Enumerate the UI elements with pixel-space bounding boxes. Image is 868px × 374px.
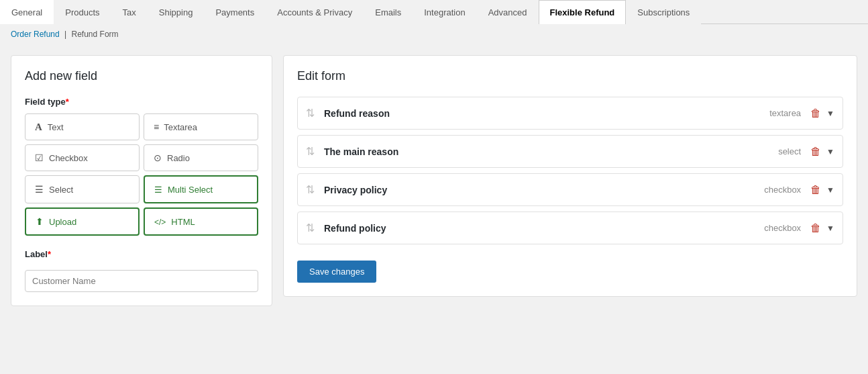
field-type-textarea[interactable]: ≡Textarea: [144, 113, 258, 140]
field-type-text-label: Text: [48, 122, 64, 132]
tab-products[interactable]: Products: [54, 0, 111, 24]
html-icon: </>: [154, 216, 166, 228]
tab-tax[interactable]: Tax: [111, 0, 148, 24]
form-row-type-main-reason: select: [747, 146, 801, 156]
drag-handle-main-reason[interactable]: ⇅: [306, 145, 315, 158]
field-type-label: Field type*: [25, 97, 258, 107]
required-marker: *: [66, 97, 69, 107]
delete-privacy-policy-button[interactable]: 🗑: [810, 184, 821, 196]
chevron-refund-reason-icon[interactable]: ▼: [826, 109, 834, 118]
textarea-icon: ≡: [154, 121, 158, 133]
upload-icon: ⬆: [36, 216, 44, 228]
field-type-select[interactable]: ☰Select: [25, 175, 140, 203]
tab-general[interactable]: General: [0, 0, 54, 24]
tab-advanced[interactable]: Advanced: [477, 0, 539, 24]
breadcrumb-current: Refund Form: [72, 30, 119, 39]
edit-form-panel: Edit form ⇅ Refund reason textarea 🗑 ▼ ⇅…: [283, 55, 857, 297]
breadcrumb-link[interactable]: Order Refund: [11, 30, 60, 39]
form-rows-container: ⇅ Refund reason textarea 🗑 ▼ ⇅ The main …: [297, 97, 843, 244]
field-type-text[interactable]: AText: [25, 113, 140, 140]
form-row-type-refund-policy: checkbox: [747, 223, 801, 233]
chevron-privacy-policy-icon[interactable]: ▼: [826, 185, 834, 195]
delete-main-reason-button[interactable]: 🗑: [810, 146, 821, 158]
right-panel-title: Edit form: [297, 69, 843, 83]
form-row-name-refund-reason: Refund reason: [324, 108, 747, 119]
field-type-checkbox[interactable]: ☑Checkbox: [25, 144, 140, 171]
form-row-name-main-reason: The main reason: [324, 146, 747, 157]
form-row-name-refund-policy: Refund policy: [324, 223, 747, 234]
label-section: Label*: [25, 249, 258, 292]
main-layout: Add new field Field type* AText≡Textarea…: [0, 44, 868, 317]
customer-name-input[interactable]: [25, 270, 258, 292]
form-row-type-privacy-policy: checkbox: [747, 185, 801, 195]
tabs-bar: GeneralProductsTaxShippingPaymentsAccoun…: [0, 0, 868, 24]
delete-refund-policy-button[interactable]: 🗑: [810, 222, 821, 234]
field-type-grid: AText≡Textarea☑Checkbox⊙Radio☰Select☰Mul…: [25, 113, 258, 236]
tab-emails[interactable]: Emails: [364, 0, 413, 24]
tab-flexible-refund[interactable]: Flexible Refund: [539, 0, 627, 24]
drag-handle-refund-reason[interactable]: ⇅: [306, 107, 315, 120]
breadcrumb: Order Refund | Refund Form: [0, 24, 868, 44]
form-row-refund-policy: ⇅ Refund policy checkbox 🗑 ▼: [297, 212, 843, 244]
label-required: *: [48, 249, 51, 259]
field-type-textarea-label: Textarea: [164, 122, 197, 132]
field-type-select-label: Select: [49, 185, 73, 195]
tab-integration[interactable]: Integration: [413, 0, 476, 24]
tab-shipping[interactable]: Shipping: [148, 0, 205, 24]
field-type-html-label: HTML: [171, 217, 195, 227]
form-row-refund-reason: ⇅ Refund reason textarea 🗑 ▼: [297, 97, 843, 130]
form-row-type-refund-reason: textarea: [747, 108, 801, 118]
form-row-privacy-policy: ⇅ Privacy policy checkbox 🗑 ▼: [297, 173, 843, 206]
field-type-radio[interactable]: ⊙Radio: [144, 144, 258, 171]
select-icon: ☰: [35, 183, 44, 195]
tab-accounts-privacy[interactable]: Accounts & Privacy: [266, 0, 364, 24]
field-type-multi-select-label: Multi Select: [168, 185, 213, 195]
field-type-checkbox-label: Checkbox: [49, 153, 88, 163]
field-type-html[interactable]: </>HTML: [144, 207, 258, 236]
tab-subscriptions[interactable]: Subscriptions: [626, 0, 701, 24]
field-type-radio-label: Radio: [167, 153, 190, 163]
multi-select-icon: ☰: [154, 183, 162, 195]
field-type-upload-label: Upload: [49, 217, 76, 227]
text-icon: A: [35, 121, 42, 133]
label-field-label: Label*: [25, 249, 258, 259]
form-row-name-privacy-policy: Privacy policy: [324, 185, 747, 195]
breadcrumb-separator: |: [64, 30, 66, 39]
chevron-main-reason-icon[interactable]: ▼: [826, 147, 834, 156]
chevron-refund-policy-icon[interactable]: ▼: [826, 224, 834, 233]
save-changes-button[interactable]: Save changes: [297, 261, 376, 283]
delete-refund-reason-button[interactable]: 🗑: [810, 107, 821, 120]
drag-handle-privacy-policy[interactable]: ⇅: [306, 183, 315, 196]
form-row-main-reason: ⇅ The main reason select 🗑 ▼: [297, 135, 843, 168]
tab-payments[interactable]: Payments: [204, 0, 266, 24]
left-panel-title: Add new field: [25, 69, 258, 83]
field-type-multi-select[interactable]: ☰Multi Select: [144, 175, 258, 203]
add-new-field-panel: Add new field Field type* AText≡Textarea…: [11, 55, 272, 306]
checkbox-icon: ☑: [35, 152, 44, 164]
drag-handle-refund-policy[interactable]: ⇅: [306, 222, 315, 234]
radio-icon: ⊙: [154, 152, 162, 164]
field-type-upload[interactable]: ⬆Upload: [25, 207, 140, 236]
